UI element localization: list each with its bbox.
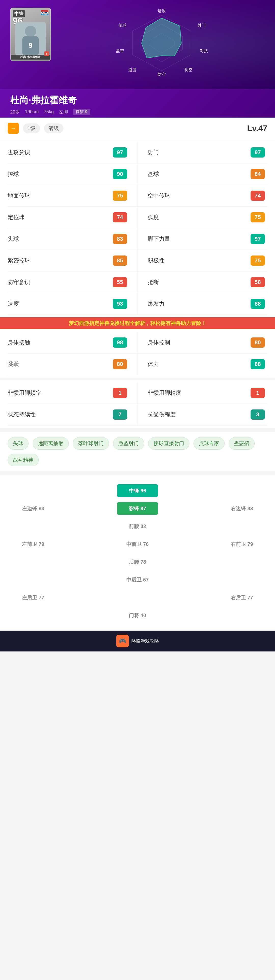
lv-display: Lv.47	[247, 124, 267, 133]
stat-value-left: 74	[113, 212, 127, 223]
stats-row: 紧密控球 85 积极性 75	[8, 250, 267, 272]
stat-item-left: 头球 83	[8, 228, 138, 250]
ad-banner[interactable]: 梦幻西游指定神兽兑换过程全解析，轻松拥有神兽助力冒险！	[0, 317, 275, 329]
stat-label-left: 非惯用脚频率	[8, 389, 41, 397]
stat-label-left: 定位球	[8, 213, 24, 221]
stats-grid-2: 身体接触 98 身体控制 80 跳跃 80 体力 88	[0, 329, 275, 378]
pos-st: 中锋 96	[117, 484, 158, 497]
stat-item-right: 积极性 75	[138, 250, 267, 271]
stat-label-right: 抢断	[148, 278, 159, 286]
pos-shadow-st: 影锋 87	[117, 502, 158, 515]
stat-value-left: 98	[113, 337, 127, 348]
stats-row: 速度 93 爆发力 88	[8, 293, 267, 315]
svg-text:对抗: 对抗	[200, 49, 208, 53]
stat-label-left: 防守意识	[8, 278, 30, 286]
stat-value-right: 88	[251, 359, 265, 369]
pos-cb: 中后卫 67	[117, 573, 158, 586]
stat-label-right: 身体控制	[148, 339, 170, 346]
stat-label-left: 跳跃	[8, 360, 19, 368]
svg-text:防守: 防守	[158, 72, 166, 76]
stat-label-left: 紧密控球	[8, 257, 30, 264]
stat-label-right: 爆发力	[148, 300, 165, 308]
divider-1	[0, 378, 275, 380]
stat-item-right: 弧度 75	[138, 207, 267, 228]
footer-text: 略略游戏攻略	[131, 638, 159, 644]
stat-label-right: 非惯用脚精度	[148, 389, 181, 397]
card-flag: 🇷🇸	[41, 10, 48, 15]
svg-text:射门: 射门	[197, 23, 205, 27]
level-badge: 1级	[23, 123, 40, 134]
player-height: 190cm	[25, 109, 39, 115]
stat-label-right: 盘球	[148, 170, 159, 178]
stat-value-left: 7	[113, 409, 127, 420]
stat-item-right: 抢断 58	[138, 272, 267, 293]
stats-row: 防守意识 55 抢断 58	[8, 272, 267, 293]
stat-value-right: 75	[251, 256, 265, 266]
stats-row: 进攻意识 97 射门 97	[8, 142, 267, 163]
arrow-button[interactable]: →	[8, 123, 19, 134]
player-age: 20岁	[10, 109, 20, 115]
svg-point-1	[25, 26, 36, 37]
stat-label-left: 身体接触	[8, 339, 30, 346]
stat-value-left: 93	[113, 299, 127, 309]
footer-icon: 🎮	[116, 635, 129, 648]
pos-cam: 前腰 82	[117, 520, 158, 533]
stat-item-left: 控球 90	[8, 163, 138, 185]
player-full-name: 杜尚·弗拉霍维奇	[10, 94, 265, 107]
arrow-icon: →	[10, 125, 16, 132]
stat-value-left: 85	[113, 256, 127, 266]
stat-item-right: 空中传球 74	[138, 185, 267, 206]
stat-item-left: 非惯用脚频率 1	[8, 382, 138, 404]
stat-label-right: 脚下力量	[148, 235, 170, 243]
pos-rb: 右后卫 77	[222, 591, 262, 604]
stat-value-right: 3	[251, 409, 265, 420]
skill-tag: 点球专家	[193, 437, 225, 450]
stat-item-right: 脚下力量 97	[138, 228, 267, 250]
stat-item-left: 跳跃 80	[8, 353, 138, 375]
radar-chart: 进攻 射门 对抗 制空 防守 速度 盘带 传球	[113, 8, 210, 79]
player-style: 偷猎者	[73, 109, 90, 115]
pos-gk: 门将 40	[117, 609, 158, 622]
stat-value-left: 80	[113, 359, 127, 369]
stat-item-right: 射门 97	[138, 142, 267, 163]
stats-row: 非惯用脚频率 1 非惯用脚精度 1	[8, 382, 267, 404]
player-info: 20岁 190cm 75kg 左脚 偷猎者	[10, 109, 265, 115]
stat-label-left: 控球	[8, 170, 19, 178]
player-image: 9	[15, 22, 46, 56]
skill-tag: 急坠射门	[113, 437, 144, 450]
player-card-container: 中锋 96 🇷🇸 9 杜尚·弗拉霍维奇 ■	[10, 8, 51, 61]
pos-rm: 右前卫 79	[222, 538, 262, 550]
pos-lb: 左后卫 77	[13, 591, 53, 604]
stat-label-right: 积极性	[148, 257, 165, 264]
pos-cdm: 后腰 78	[117, 555, 158, 568]
stat-value-right: 80	[251, 337, 265, 348]
svg-marker-15	[142, 18, 181, 58]
stat-value-right: 74	[251, 191, 265, 201]
stats-row: 控球 90 盘球 84	[8, 163, 267, 185]
player-card: 中锋 96 🇷🇸 9 杜尚·弗拉霍维奇 ■	[10, 8, 51, 61]
stat-item-left: 进攻意识 97	[8, 142, 138, 163]
svg-text:9: 9	[29, 41, 33, 49]
stat-value-left: 1	[113, 388, 127, 398]
full-badge: 满级	[44, 123, 63, 134]
stat-item-left: 定位球 74	[8, 207, 138, 228]
footer-icon-emoji: 🎮	[119, 638, 126, 644]
stats-row: 头球 83 脚下力量 97	[8, 228, 267, 250]
stat-value-right: 97	[251, 147, 265, 158]
level-bar: → 1级 满级 Lv.47	[0, 118, 275, 139]
skill-tag: 接球直接射门	[148, 437, 189, 450]
skill-tag: 远距离抽射	[33, 437, 69, 450]
stats-grid: 进攻意识 97 射门 97 控球 90 盘球 84 地面传球 75 空中传球	[0, 139, 275, 317]
stat-value-left: 90	[113, 169, 127, 179]
stat-label-right: 射门	[148, 149, 159, 156]
position-map: 中锋 96 左边锋 83 影锋 87 右边锋 83 前腰 82 左前卫 79 中…	[0, 473, 275, 631]
player-name-section: 杜尚·弗拉霍维奇 20岁 190cm 75kg 左脚 偷猎者	[0, 89, 275, 118]
stat-value-right: 97	[251, 234, 265, 244]
stat-label-right: 空中传球	[148, 192, 170, 199]
stat-item-right: 爆发力 88	[138, 293, 267, 315]
pos-lm: 左前卫 79	[13, 538, 53, 550]
stat-label-left: 速度	[8, 300, 19, 308]
stat-value-right: 1	[251, 388, 265, 398]
stat-item-left: 地面传球 75	[8, 185, 138, 206]
skill-tag: 战斗精神	[8, 454, 39, 466]
